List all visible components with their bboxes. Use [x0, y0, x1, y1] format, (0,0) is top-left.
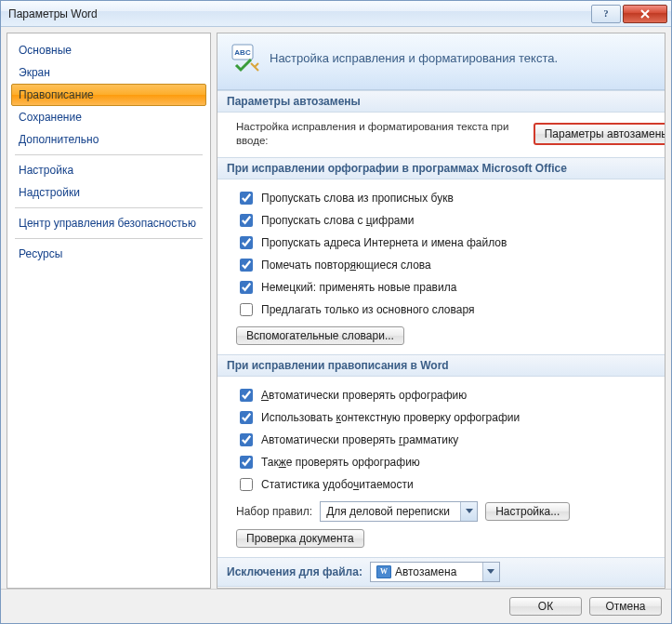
checkbox-row[interactable]: Автоматически проверять орфографию: [236, 384, 665, 406]
window-title: Параметры Word: [8, 7, 589, 20]
sidebar-item[interactable]: Дополнительно: [11, 128, 206, 151]
checkbox[interactable]: [240, 259, 253, 272]
checkbox-row[interactable]: Пропускать слова из прописных букв: [236, 187, 665, 209]
checkbox-label: Помечать повторяющиеся слова: [261, 259, 431, 272]
sidebar-item[interactable]: Настройка: [11, 159, 206, 181]
checkbox-label: Пропускать адреса Интернета и имена файл…: [261, 236, 507, 249]
chevron-down-icon: [482, 563, 499, 581]
dialog-body: ОсновныеЭкранПравописаниеСохранениеДопол…: [1, 27, 671, 589]
page-header: ABC Настройка исправления и форматирован…: [217, 33, 665, 90]
exceptions-file-value: W Автозамена: [371, 565, 482, 578]
section-office-spell-title: При исправлении орфографии в программах …: [217, 157, 665, 179]
cancel-button[interactable]: Отмена: [589, 597, 662, 616]
svg-text:?: ?: [604, 8, 609, 19]
autocorrect-options-button[interactable]: Параметры автозамены...: [534, 123, 665, 145]
sidebar-item[interactable]: Экран: [11, 61, 206, 84]
section-exceptions-title: Исключения для файла: W Автозамена: [217, 557, 665, 587]
close-button[interactable]: [623, 5, 667, 23]
ruleset-combo[interactable]: Для деловой переписки: [320, 501, 478, 522]
checkbox-row[interactable]: Пропускать адреса Интернета и имена файл…: [236, 232, 665, 254]
checkbox[interactable]: [240, 456, 253, 469]
checkbox-row[interactable]: Немецкий: применять новые правила: [236, 276, 665, 299]
section-office-spell-body: Пропускать слова из прописных буквПропус…: [217, 179, 665, 354]
content: ABC Настройка исправления и форматирован…: [217, 33, 665, 588]
section-exceptions-body: Скрыть орфографические ошибки только в э…: [217, 587, 665, 588]
checkbox-label: Также проверять орфографию: [261, 456, 420, 469]
ok-button[interactable]: ОК: [509, 597, 582, 616]
ruleset-row: Набор правил: Для деловой переписки Наст…: [236, 501, 665, 522]
checkbox-label: Автоматически проверять грамматику: [261, 433, 458, 446]
checkbox[interactable]: [240, 433, 253, 446]
checkbox[interactable]: [240, 389, 253, 402]
sidebar-item[interactable]: Правописание: [11, 84, 206, 106]
word-doc-icon: W: [376, 565, 391, 578]
proofing-icon: ABC: [231, 43, 260, 73]
checkbox-row[interactable]: Статистика удобочитаемости: [236, 473, 665, 496]
section-word-spell-title: При исправлении правописания в Word: [217, 354, 665, 377]
checkbox-label: Использовать контекстную проверку орфогр…: [261, 411, 520, 424]
ruleset-value: Для деловой переписки: [321, 505, 460, 518]
checkbox[interactable]: [240, 214, 253, 227]
titlebar: Параметры Word ?: [1, 1, 671, 27]
svg-text:ABC: ABC: [234, 48, 251, 57]
help-button[interactable]: ?: [591, 5, 621, 23]
ruleset-settings-button[interactable]: Настройка...: [485, 502, 570, 521]
page-header-text: Настройка исправления и форматирования т…: [270, 51, 558, 65]
checkbox-row[interactable]: Помечать повторяющиеся слова: [236, 254, 665, 276]
checkbox-label: Немецкий: применять новые правила: [261, 281, 456, 294]
section-autocorrect-title: Параметры автозамены: [217, 90, 665, 113]
sidebar-item[interactable]: Основные: [11, 39, 206, 61]
checkbox[interactable]: [240, 478, 253, 491]
sidebar-separator: [15, 154, 203, 155]
dialog-footer: ОК Отмена: [1, 589, 671, 623]
section-autocorrect-body: Настройка исправления и форматирования т…: [217, 113, 665, 157]
checkbox-label: Статистика удобочитаемости: [261, 478, 414, 491]
checkbox-row[interactable]: Использовать контекстную проверку орфогр…: [236, 406, 665, 429]
custom-dictionaries-button[interactable]: Вспомогательные словари...: [236, 326, 404, 345]
sidebar-item[interactable]: Центр управления безопасностью: [11, 212, 206, 234]
sidebar-item[interactable]: Сохранение: [11, 106, 206, 128]
checkbox-row[interactable]: Также проверять орфографию: [236, 451, 665, 473]
window-buttons: ?: [589, 5, 667, 23]
checkbox[interactable]: [240, 281, 253, 294]
sidebar-separator: [15, 238, 203, 239]
recheck-document-button[interactable]: Проверка документа: [236, 529, 364, 548]
exceptions-label: Исключения для файла:: [227, 565, 362, 578]
category-sidebar: ОсновныеЭкранПравописаниеСохранениеДопол…: [7, 33, 211, 589]
checkbox-row[interactable]: Пропускать слова с цифрами: [236, 209, 665, 232]
checkbox[interactable]: [240, 303, 253, 316]
main-scroll[interactable]: ABC Настройка исправления и форматирован…: [217, 33, 665, 588]
main-panel: ABC Настройка исправления и форматирован…: [217, 33, 665, 589]
checkbox-label: Автоматически проверять орфографию: [261, 389, 467, 402]
section-word-spell-body: Автоматически проверять орфографиюИсполь…: [217, 377, 665, 557]
exceptions-file-combo[interactable]: W Автозамена: [370, 562, 500, 582]
checkbox[interactable]: [240, 236, 253, 249]
checkbox-label: Пропускать слова с цифрами: [261, 214, 415, 227]
checkbox-label: Пропускать слова из прописных букв: [261, 192, 454, 205]
word-options-window: Параметры Word ? ОсновныеЭкранПравописан…: [0, 0, 672, 624]
checkbox-row[interactable]: Предлагать только из основного словаря: [236, 299, 665, 321]
ruleset-label: Набор правил:: [236, 505, 312, 518]
sidebar-separator: [15, 207, 203, 208]
checkbox[interactable]: [240, 411, 253, 424]
chevron-down-icon: [460, 502, 477, 521]
checkbox-label: Предлагать только из основного словаря: [261, 303, 474, 316]
autocorrect-desc: Настройка исправления и форматирования т…: [236, 120, 524, 148]
sidebar-item[interactable]: Надстройки: [11, 181, 206, 204]
checkbox-row[interactable]: Автоматически проверять грамматику: [236, 429, 665, 451]
sidebar-item[interactable]: Ресурсы: [11, 243, 206, 265]
checkbox[interactable]: [240, 192, 253, 205]
